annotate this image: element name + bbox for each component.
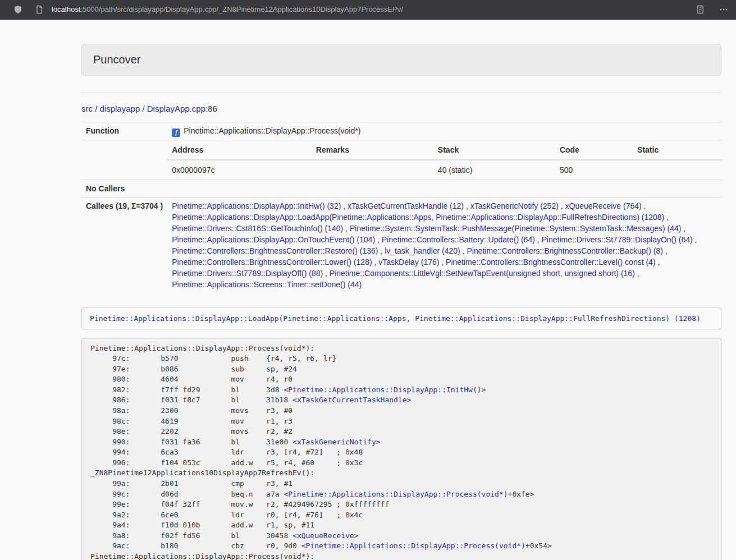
stats-row-label bbox=[81, 140, 167, 180]
breadcrumb-link[interactable]: DisplayApp.cpp bbox=[147, 104, 205, 113]
stats-stack-value: 40 (static) bbox=[433, 160, 555, 180]
function-type-icon: ƒ bbox=[172, 128, 180, 137]
page-title: Puncover bbox=[93, 53, 141, 66]
no-callers-row: No Callers bbox=[81, 180, 721, 198]
code-symbol-link[interactable]: xTaskGenericNotify bbox=[297, 438, 376, 446]
callee-link[interactable]: Pinetime::Controllers::BrightnessControl… bbox=[172, 246, 378, 255]
disassembly-listing: Pinetime::Applications::DisplayApp::Proc… bbox=[81, 338, 721, 560]
page-content: Puncover src / displayapp / DisplayApp.c… bbox=[81, 20, 721, 560]
overflow-menu-icon[interactable] bbox=[717, 3, 730, 16]
function-info-table: Function ƒPinetime::Applications::Displa… bbox=[81, 122, 721, 293]
breadcrumb-link[interactable]: src bbox=[81, 104, 93, 113]
code-symbol-link[interactable]: xQueueReceive bbox=[297, 531, 354, 540]
stats-remarks-value bbox=[312, 160, 433, 180]
callee-link[interactable]: Pinetime::Components::LittleVgl::SetNewT… bbox=[330, 269, 635, 278]
selected-callee-link[interactable]: Pinetime::Applications::DisplayApp::Load… bbox=[90, 314, 701, 323]
callees-label: Callees (19, Σ=3704 ) bbox=[81, 198, 167, 293]
callee-link[interactable]: Pinetime::Controllers::Battery::Update()… bbox=[382, 235, 535, 244]
callee-link[interactable]: Pinetime::Applications::DisplayApp::Load… bbox=[172, 213, 664, 222]
stats-header-address: Address bbox=[167, 140, 312, 160]
callee-link[interactable]: xQueueReceive (764) bbox=[565, 201, 642, 210]
no-callers-label: No Callers bbox=[81, 180, 167, 198]
stats-header-code: Code bbox=[555, 140, 633, 160]
url-path: :5000/path/src/displayapp/DisplayApp.cpp… bbox=[80, 5, 403, 13]
callee-link[interactable]: Pinetime::Drivers::Cst816S::GetTouchInfo… bbox=[172, 224, 343, 233]
function-row: Function ƒPinetime::Applications::Displa… bbox=[81, 122, 721, 140]
breadcrumb-link[interactable]: displayapp bbox=[100, 104, 140, 113]
callee-link[interactable]: Pinetime::Applications::DisplayApp::OnTo… bbox=[172, 235, 375, 244]
callee-link[interactable]: Pinetime::Applications::Screens::Timer::… bbox=[172, 280, 362, 289]
url-host: localhost bbox=[52, 5, 80, 13]
function-name: Pinetime::Applications::DisplayApp::Proc… bbox=[184, 126, 360, 135]
toolbar-right-group bbox=[683, 3, 730, 16]
callee-link[interactable]: Pinetime::Controllers::BrightnessControl… bbox=[446, 258, 655, 267]
callees-list: Pinetime::Applications::DisplayApp::Init… bbox=[167, 198, 721, 293]
callee-link[interactable]: xTaskGetCurrentTaskHandle (12) bbox=[348, 201, 464, 210]
callee-link[interactable]: Pinetime::System::SystemTask::PushMessag… bbox=[350, 224, 682, 233]
callee-link[interactable]: Pinetime::Drivers::St7789::DisplayOn() (… bbox=[542, 235, 693, 244]
shield-icon[interactable] bbox=[11, 3, 25, 16]
code-symbol-link[interactable]: Pinetime::Applications::DisplayApp::Init… bbox=[288, 385, 481, 394]
code-symbol-link[interactable]: xTaskGetCurrentTaskHandle bbox=[297, 396, 407, 404]
callee-link[interactable]: Pinetime::Applications::DisplayApp::Init… bbox=[172, 201, 341, 210]
code-symbol-link[interactable]: Pinetime::Applications::DisplayApp::Proc… bbox=[306, 541, 525, 550]
stats-header-static: Static bbox=[633, 140, 721, 160]
callees-row: Callees (19, Σ=3704 ) Pinetime::Applicat… bbox=[81, 198, 721, 293]
stats-values-row: 0x0000097c 40 (static) 500 bbox=[167, 160, 721, 180]
callee-link[interactable]: Pinetime::Controllers::BrightnessControl… bbox=[467, 246, 662, 255]
page-icon[interactable] bbox=[33, 3, 46, 16]
stats-table: Address Remarks Stack Code Static 0x0000… bbox=[167, 140, 721, 180]
callee-link[interactable]: xTaskGenericNotify (252) bbox=[470, 201, 559, 210]
url-bar[interactable]: localhost:5000/path/src/displayapp/Displ… bbox=[52, 4, 683, 15]
callee-link[interactable]: lv_task_handler (420) bbox=[385, 246, 460, 255]
stats-static-value bbox=[633, 160, 721, 180]
stats-address-value: 0x0000097c bbox=[167, 160, 312, 180]
callee-link[interactable]: Pinetime::Controllers::BrightnessControl… bbox=[172, 258, 372, 267]
divider bbox=[81, 93, 721, 93]
function-name-cell: ƒPinetime::Applications::DisplayApp::Pro… bbox=[167, 122, 721, 140]
stats-cell: Address Remarks Stack Code Static 0x0000… bbox=[167, 140, 721, 180]
selected-callee-box: Pinetime::Applications::DisplayApp::Load… bbox=[81, 307, 721, 329]
breadcrumb: src / displayapp / DisplayApp.cpp:86 bbox=[81, 103, 721, 114]
reader-mode-icon[interactable] bbox=[693, 3, 707, 16]
function-label: Function bbox=[81, 122, 167, 140]
callee-link[interactable]: Pinetime::Drivers::St7789::DisplayOff() … bbox=[172, 269, 323, 278]
stats-code-value: 500 bbox=[555, 160, 633, 180]
callee-link[interactable]: vTaskDelay (176) bbox=[378, 258, 439, 267]
stats-header-stack: Stack bbox=[433, 140, 555, 160]
stats-header-remarks: Remarks bbox=[312, 140, 433, 160]
app-header: Puncover bbox=[81, 44, 721, 76]
stats-header-row: Address Remarks Stack Code Static bbox=[167, 140, 721, 160]
browser-toolbar: localhost:5000/path/src/displayapp/Displ… bbox=[0, 0, 736, 20]
code-symbol-link[interactable]: Pinetime::Applications::DisplayApp::Proc… bbox=[288, 490, 508, 498]
stats-row: Address Remarks Stack Code Static 0x0000… bbox=[81, 140, 721, 180]
no-callers-cell bbox=[167, 180, 721, 198]
